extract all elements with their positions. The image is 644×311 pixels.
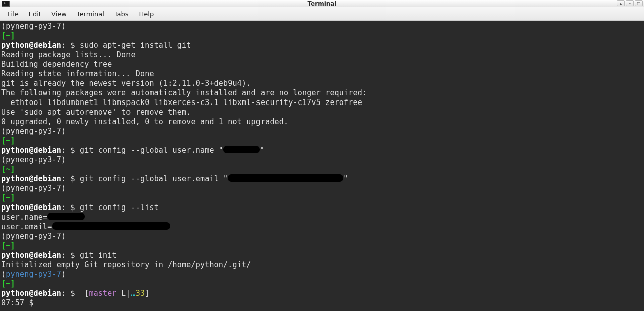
cmd-git-config-name: git config --global user.name " (80, 146, 223, 155)
cwd-line: [~] (1, 279, 15, 288)
menu-file[interactable]: File (3, 8, 24, 20)
apt-output: Reading package lists... Done (1, 50, 136, 59)
userhost: python@debian (1, 203, 61, 212)
cwd-line: [~] (1, 136, 15, 145)
redacted-email (228, 174, 343, 182)
userhost: python@debian (1, 251, 61, 260)
cwd-line: [~] (1, 241, 15, 250)
userhost: python@debian (1, 146, 61, 155)
venv-paren-open: ( (1, 270, 6, 279)
prompt-sep: : $ (61, 203, 80, 212)
redacted-name (223, 146, 260, 153)
cmd-git-config-list: git config --list (80, 203, 159, 212)
redacted-config-email (52, 222, 170, 230)
terminal-output[interactable]: (pyneng-py3-7) [~] python@debian: $ sudo… (0, 21, 644, 311)
cmd-quote-close: " (260, 146, 264, 155)
branch-mid: L| (117, 289, 131, 298)
userhost: python@debian (1, 41, 61, 50)
config-email-line: user.email= (1, 222, 52, 231)
prompt-sep: : $ (61, 251, 80, 260)
terminal-icon: >_ (2, 1, 10, 7)
branch-close: ] (145, 289, 149, 298)
cmd-git-init: git init (80, 251, 117, 260)
git-init-output: Initialized empty Git repository in /hom… (1, 260, 251, 269)
apt-output: Use 'sudo apt autoremove' to remove them… (1, 108, 191, 117)
space (80, 289, 84, 298)
window-title: Terminal (307, 0, 336, 7)
menubar: File Edit View Terminal Tabs Help (0, 7, 644, 21)
minimize-button[interactable]: – (626, 0, 634, 6)
venv-line: (pyneng-py3-7) (1, 184, 66, 193)
cwd-line: [~] (1, 165, 15, 174)
branch-ellipsis: … (131, 289, 136, 298)
venv-line: (pyneng-py3-7) (1, 155, 66, 164)
prompt-sep: : $ (61, 289, 80, 298)
redacted-config-name (47, 213, 85, 220)
venv-inner: pyneng-py3-7 (6, 270, 61, 279)
venv-line: (pyneng-py3-7) (1, 127, 66, 136)
menu-help[interactable]: Help (134, 8, 159, 20)
venv-line: (pyneng-py3-7) (1, 232, 66, 241)
apt-output: git is already the newest version (1:2.1… (1, 79, 251, 88)
apt-output: The following packages were automaticall… (1, 88, 367, 97)
venv-line: (pyneng-py3-7) (1, 22, 66, 31)
cmd-install-git: sudo apt-get install git (80, 41, 191, 50)
config-name-line: user.name= (1, 213, 47, 222)
menu-edit[interactable]: Edit (24, 8, 46, 20)
userhost: python@debian (1, 289, 61, 298)
git-branch: master (89, 289, 116, 298)
venv-paren-close: ) (61, 270, 66, 279)
branch-count: 33 (136, 289, 145, 298)
apt-output: 0 upgraded, 0 newly installed, 0 to remo… (1, 117, 288, 126)
titlebar: >_ Terminal ▴ – □ (0, 0, 644, 7)
maximize-button[interactable]: □ (635, 0, 643, 6)
cwd-line: [~] (1, 193, 15, 202)
window-controls: ▴ – □ (617, 0, 643, 6)
rollup-button[interactable]: ▴ (617, 0, 625, 6)
prompt-sep: : $ (61, 174, 80, 183)
cmd-git-config-email: git config --global user.email " (80, 174, 228, 183)
prompt-sep: : $ (61, 41, 80, 50)
menu-view[interactable]: View (46, 8, 72, 20)
menu-terminal[interactable]: Terminal (72, 8, 109, 20)
menu-tabs[interactable]: Tabs (109, 8, 134, 20)
apt-output: ethtool libdumbnet1 libmspack0 libxerces… (1, 98, 362, 107)
cwd-line: [~] (1, 31, 15, 40)
apt-output: Reading state information... Done (1, 69, 154, 78)
time-prompt: 07:57 $ (1, 298, 38, 307)
cmd-quote-close: " (343, 174, 348, 183)
apt-output: Building dependency tree (1, 60, 112, 69)
userhost: python@debian (1, 174, 61, 183)
prompt-sep: : $ (61, 146, 80, 155)
